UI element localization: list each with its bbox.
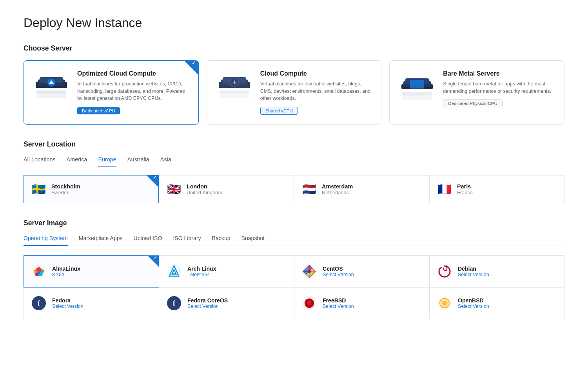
- server-image-heading: Server Image: [24, 219, 564, 227]
- tab-all-locations[interactable]: All Locations: [24, 156, 56, 167]
- choose-server-heading: Choose Server: [24, 44, 564, 52]
- server-type-card-cloud[interactable]: + Cloud Compute Virtual machines for low…: [207, 60, 382, 125]
- tab-upload-iso[interactable]: Upload ISO: [134, 235, 162, 246]
- svg-point-30: [308, 270, 311, 273]
- loc-info-amsterdam: Amsterdam Netherlands: [322, 183, 353, 195]
- page-title: Deploy New Instance: [24, 16, 564, 30]
- svg-rect-13: [220, 95, 249, 98]
- location-card-london[interactable]: 🇬🇧 London United Kingdom: [159, 175, 294, 203]
- tab-iso-library[interactable]: ISO Library: [173, 235, 201, 246]
- os-info-centos: CentOS Select Version: [323, 266, 354, 277]
- os-icon-freebsd: [301, 295, 317, 311]
- os-card-openbsd[interactable]: OpenBSD Select Version: [429, 288, 564, 319]
- svg-rect-18: [402, 92, 432, 96]
- os-version-fedora-coreos: Select Version: [187, 304, 228, 309]
- os-icon-fedora-coreos: f: [166, 295, 182, 311]
- location-grid: 🇸🇪 Stockholm Sweden 🇬🇧 London United Kin…: [24, 175, 564, 203]
- server-badge-cloud: Shared vCPU: [260, 107, 298, 115]
- tab-america[interactable]: America: [67, 156, 87, 167]
- os-card-almalinux[interactable]: AlmaLinux 8 x64: [24, 255, 159, 288]
- os-name-fedora: Fedora: [52, 297, 83, 304]
- os-grid: AlmaLinux 8 x64 Arch Linux Latest x64: [24, 255, 564, 319]
- tab-europe[interactable]: Europe: [98, 156, 116, 167]
- svg-rect-5: [36, 90, 66, 94]
- flag-paris: 🇫🇷: [437, 183, 452, 196]
- os-icon-almalinux: [31, 264, 47, 279]
- os-info-openbsd: OpenBSD Select Version: [458, 297, 489, 309]
- server-icon-cloud: +: [215, 70, 254, 101]
- location-card-stockholm[interactable]: 🇸🇪 Stockholm Sweden: [24, 175, 159, 203]
- tab-marketplace[interactable]: Marketplace Apps: [79, 235, 123, 246]
- os-info-archlinux: Arch Linux Latest x64: [187, 266, 216, 277]
- os-name-archlinux: Arch Linux: [187, 266, 216, 272]
- os-icon-archlinux: [166, 264, 182, 279]
- flag-london: 🇬🇧: [167, 183, 181, 196]
- server-card-desc-bare: Single tenant bare metal for apps with t…: [443, 80, 556, 95]
- os-name-debian: Debian: [458, 266, 489, 272]
- loc-country-stockholm: Sweden: [51, 190, 80, 195]
- os-card-archlinux[interactable]: Arch Linux Latest x64: [159, 255, 294, 288]
- image-tab-bar: Operating System Marketplace Apps Upload…: [24, 235, 564, 246]
- os-name-almalinux: AlmaLinux: [52, 266, 80, 272]
- server-location-section: Server Location All Locations America Eu…: [24, 140, 564, 203]
- os-card-centos[interactable]: CentOS Select Version: [294, 255, 429, 288]
- os-info-fedora: Fedora Select Version: [52, 297, 83, 309]
- loc-info-paris: Paris France: [457, 183, 473, 195]
- os-icon-centos: [301, 264, 317, 279]
- loc-info-london: London United Kingdom: [187, 183, 222, 195]
- os-icon-fedora: f: [31, 295, 47, 311]
- server-icon-bare: [397, 70, 437, 101]
- location-card-amsterdam[interactable]: 🇳🇱 Amsterdam Netherlands: [294, 175, 429, 203]
- os-icon-debian: [437, 264, 452, 279]
- server-type-grid: Optimized Cloud Compute Virtual machines…: [24, 60, 564, 125]
- loc-city-amsterdam: Amsterdam: [322, 183, 353, 190]
- os-name-centos: CentOS: [323, 266, 354, 272]
- svg-rect-17: [410, 80, 424, 89]
- loc-country-paris: France: [457, 190, 473, 195]
- os-info-debian: Debian Select Version: [458, 266, 489, 277]
- loc-country-amsterdam: Netherlands: [322, 190, 353, 195]
- tab-snapshot[interactable]: Snapshot: [241, 235, 265, 246]
- tab-asia[interactable]: Asia: [160, 156, 171, 167]
- server-icon-optimized: [32, 70, 71, 101]
- selected-check-optimized: [184, 61, 198, 75]
- svg-text:+: +: [232, 79, 236, 85]
- selected-check-almalinux: [148, 256, 159, 267]
- svg-rect-12: [220, 90, 249, 94]
- flag-stockholm: 🇸🇪: [32, 183, 46, 196]
- server-location-heading: Server Location: [24, 140, 564, 148]
- tab-backup[interactable]: Backup: [212, 235, 230, 246]
- os-version-openbsd: Select Version: [458, 304, 489, 309]
- tab-os[interactable]: Operating System: [24, 235, 68, 246]
- loc-country-london: United Kingdom: [187, 190, 222, 195]
- os-info-almalinux: AlmaLinux 8 x64: [52, 266, 80, 277]
- svg-rect-19: [402, 96, 432, 99]
- location-card-paris[interactable]: 🇫🇷 Paris France: [429, 175, 564, 203]
- server-badge-optimized: Dedicated vCPU: [77, 107, 120, 114]
- os-version-almalinux: 8 x64: [52, 272, 80, 277]
- os-card-fedora[interactable]: f Fedora Select Version: [24, 288, 159, 319]
- server-badge-bare: Dedicated Physical CPU: [443, 99, 502, 107]
- os-version-fedora: Select Version: [52, 304, 83, 309]
- os-card-fedora-coreos[interactable]: f Fedora CoreOS Select Version: [159, 288, 294, 319]
- os-info-freebsd: FreeBSD Select Version: [323, 297, 354, 309]
- server-card-title-bare: Bare Metal Servers: [443, 70, 556, 77]
- loc-info-stockholm: Stockholm Sweden: [51, 183, 80, 195]
- svg-rect-6: [36, 95, 66, 98]
- flag-amsterdam: 🇳🇱: [302, 183, 316, 196]
- os-info-fedora-coreos: Fedora CoreOS Select Version: [187, 297, 228, 309]
- os-icon-openbsd: [437, 295, 452, 311]
- server-type-card-optimized[interactable]: Optimized Cloud Compute Virtual machines…: [24, 60, 199, 125]
- os-version-freebsd: Select Version: [323, 304, 354, 309]
- server-type-card-bare[interactable]: Bare Metal Servers Single tenant bare me…: [389, 60, 564, 125]
- tab-australia[interactable]: Australia: [127, 156, 149, 167]
- os-card-debian[interactable]: Debian Select Version: [429, 255, 564, 288]
- location-tab-bar: All Locations America Europe Australia A…: [24, 156, 564, 167]
- os-name-openbsd: OpenBSD: [458, 297, 489, 304]
- os-version-centos: Select Version: [323, 272, 354, 277]
- os-version-archlinux: Latest x64: [187, 272, 216, 277]
- server-card-title-cloud: Cloud Compute: [260, 70, 374, 77]
- server-card-content-bare: Bare Metal Servers Single tenant bare me…: [443, 70, 556, 107]
- loc-city-stockholm: Stockholm: [51, 183, 80, 190]
- os-card-freebsd[interactable]: FreeBSD Select Version: [294, 288, 429, 319]
